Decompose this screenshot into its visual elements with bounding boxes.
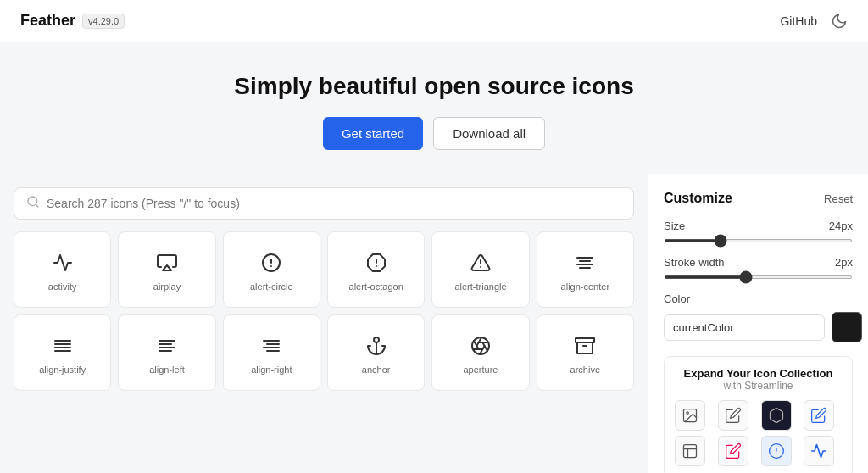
icon-card-aperture[interactable]: aperture — [431, 314, 529, 391]
icon-label-anchor: anchor — [362, 364, 391, 375]
icon-label-aperture: aperture — [464, 364, 498, 375]
stroke-control: Stroke width 2px — [664, 256, 853, 279]
svg-rect-40 — [684, 445, 697, 458]
search-icon — [26, 195, 40, 212]
icon-label-alert-circle: alert-circle — [250, 281, 293, 292]
icon-label-airplay: airplay — [153, 281, 181, 292]
streamline-title: Expand Your Icon Collection — [675, 367, 842, 380]
color-row — [664, 312, 853, 342]
sidebar: Customize Reset Size 24px Stroke width 2… — [648, 174, 868, 473]
svg-line-1 — [36, 204, 38, 207]
icon-card-archive[interactable]: archive — [537, 314, 634, 391]
stroke-label-row: Stroke width 2px — [664, 256, 853, 269]
streamline-icon-4[interactable] — [804, 400, 834, 431]
color-swatch[interactable] — [832, 312, 862, 342]
hero-title: Simply beautiful open source icons — [20, 73, 848, 100]
icons-area: activity airplay alert-circle alert-octa… — [0, 174, 648, 473]
icon-label-align-justify: align-justify — [39, 364, 86, 375]
svg-rect-36 — [576, 338, 594, 342]
stroke-value: 2px — [835, 256, 853, 269]
icon-card-align-center[interactable]: align-center — [537, 231, 634, 308]
search-bar — [14, 187, 634, 220]
customize-title: Customize — [664, 191, 732, 206]
streamline-icon-3[interactable] — [761, 400, 792, 431]
hero-buttons: Get started Download all — [20, 117, 848, 150]
icon-grid: activity airplay alert-circle alert-octa… — [14, 231, 634, 391]
size-label: Size — [664, 220, 685, 232]
hero: Simply beautiful open source icons Get s… — [0, 42, 868, 174]
streamline-icon-6[interactable] — [718, 436, 748, 466]
icon-card-alert-circle[interactable]: alert-circle — [223, 231, 320, 308]
icon-label-activity: activity — [48, 281, 77, 292]
reset-button[interactable]: Reset — [824, 192, 853, 205]
streamline-icon-7[interactable] — [761, 436, 792, 466]
icon-card-align-justify[interactable]: align-justify — [14, 314, 111, 391]
color-label-row: Color — [664, 292, 853, 305]
size-control: Size 24px — [664, 220, 853, 242]
streamline-icon-8[interactable] — [804, 436, 834, 466]
svg-marker-2 — [163, 265, 171, 270]
logo: Feather — [20, 12, 75, 30]
size-label-row: Size 24px — [664, 220, 853, 232]
color-input[interactable] — [664, 314, 825, 341]
header-right: GitHub — [780, 13, 848, 30]
stroke-slider[interactable] — [664, 275, 853, 279]
icon-label-align-left: align-left — [149, 364, 185, 375]
version-badge: v4.29.0 — [82, 14, 125, 29]
github-link[interactable]: GitHub — [780, 14, 817, 28]
icon-card-alert-triangle[interactable]: alert-triangle — [431, 231, 529, 308]
icon-card-alert-octagon[interactable]: alert-octagon — [327, 231, 425, 308]
size-value: 24px — [829, 220, 853, 232]
icon-label-alert-triangle: alert-triangle — [454, 281, 506, 292]
streamline-box: Expand Your Icon Collection with Streaml… — [664, 356, 853, 473]
streamline-icon-2[interactable] — [718, 400, 748, 431]
header-left: Feather v4.29.0 — [20, 12, 125, 30]
icon-label-align-center: align-center — [561, 281, 609, 292]
get-started-button[interactable]: Get started — [323, 117, 423, 150]
icon-label-align-right: align-right — [251, 364, 292, 375]
download-all-button[interactable]: Download all — [433, 117, 545, 150]
icon-card-align-left[interactable]: align-left — [118, 314, 215, 391]
header: Feather v4.29.0 GitHub — [0, 0, 868, 42]
icon-card-activity[interactable]: activity — [14, 231, 111, 308]
color-control: Color — [664, 292, 853, 342]
main-layout: activity airplay alert-circle alert-octa… — [0, 174, 868, 473]
icon-label-archive: archive — [570, 364, 600, 375]
moon-icon[interactable] — [831, 13, 848, 30]
icon-card-align-right[interactable]: align-right — [223, 314, 320, 391]
customize-header: Customize Reset — [664, 191, 853, 206]
stroke-label: Stroke width — [664, 256, 725, 269]
icon-card-anchor[interactable]: anchor — [327, 314, 425, 391]
streamline-icons-grid — [675, 400, 842, 466]
icon-card-airplay[interactable]: airplay — [118, 231, 215, 308]
size-slider[interactable] — [664, 239, 853, 242]
streamline-icon-5[interactable] — [675, 436, 705, 466]
search-input[interactable] — [47, 197, 621, 210]
color-label: Color — [664, 292, 690, 305]
icon-label-alert-octagon: alert-octagon — [349, 281, 403, 292]
streamline-icon-1[interactable] — [675, 400, 705, 431]
svg-point-39 — [687, 412, 689, 415]
streamline-subtitle: with Streamline — [675, 380, 842, 392]
